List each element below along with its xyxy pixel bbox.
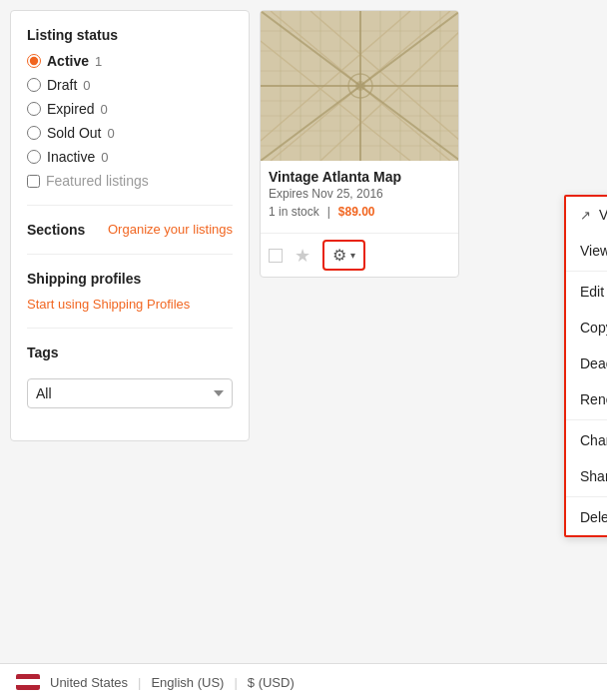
dropdown-delete[interactable]: Delete [566,499,607,535]
footer-language[interactable]: English (US) [151,675,224,690]
sections-section: Sections Organize your listings [27,222,233,255]
status-sold-out-label: Sold Out [47,125,101,141]
listing-stock: 1 in stock [269,205,319,219]
dropdown-change-section-label: Change Section [580,432,607,448]
status-inactive-count: 0 [101,150,108,165]
listing-status-title: Listing status [27,27,233,43]
listing-card: Vintage Atlanta Map Expires Nov 25, 2016… [260,10,459,278]
sections-title: Sections [27,222,85,238]
footer-divider-2: | [234,675,237,690]
status-expired-radio[interactable] [27,102,41,116]
status-inactive-radio[interactable] [27,150,41,164]
footer-currency[interactable]: $ (USD) [248,675,295,690]
shipping-title: Shipping profiles [27,271,233,287]
dropdown-divider-1 [566,271,607,272]
tags-section: Tags All [27,345,233,424]
listing-status-section: Listing status Active 1 Draft 0 Expired … [27,27,233,206]
featured-listings-checkbox[interactable] [27,175,40,188]
listing-image [261,11,459,161]
dropdown-share-label: Share [580,468,607,484]
listing-info: Vintage Atlanta Map Expires Nov 25, 2016… [261,161,458,233]
flag-stripe-bot [16,685,40,690]
dropdown-view-on-etsy[interactable]: ↗ View on Etsy [566,197,607,233]
status-expired[interactable]: Expired 0 [27,101,233,117]
dropdown-copy[interactable]: Copy [566,310,607,346]
chevron-down-icon: ▾ [350,250,355,261]
status-active-radio[interactable] [27,54,41,68]
status-draft[interactable]: Draft 0 [27,77,233,93]
tags-title: Tags [27,345,233,360]
main-content: Listing status Active 1 Draft 0 Expired … [0,0,607,663]
status-active[interactable]: Active 1 [27,53,233,69]
organize-listings-link[interactable]: Organize your listings [108,222,233,237]
status-draft-radio[interactable] [27,78,41,92]
featured-listings-label: Featured listings [46,173,149,189]
status-draft-label: Draft [47,77,77,93]
footer-divider-1: | [138,675,141,690]
status-inactive-label: Inactive [47,149,95,165]
status-draft-count: 0 [83,78,90,93]
dropdown-copy-label: Copy [580,320,607,336]
status-active-label: Active [47,53,89,69]
dropdown-deactivate[interactable]: Deactivate [566,346,607,381]
listing-select-checkbox[interactable] [269,249,283,263]
status-sold-out-count: 0 [107,126,114,141]
dropdown-deactivate-label: Deactivate [580,355,607,371]
tags-select[interactable]: All [27,378,233,408]
external-link-icon: ↗ [580,208,591,223]
dropdown-change-section[interactable]: Change Section [566,422,607,458]
status-expired-count: 0 [100,102,107,117]
star-button[interactable]: ★ [295,247,310,265]
dropdown-view-on-etsy-label: View on Etsy [599,207,607,223]
dropdown-renew-label: Renew [580,391,607,407]
dropdown-share[interactable]: Share [566,458,607,494]
listing-stock-row: 1 in stock | $89.00 [269,205,450,219]
status-inactive[interactable]: Inactive 0 [27,149,233,165]
flag-icon [16,674,40,690]
dropdown-divider-3 [566,496,607,497]
dropdown-delete-label: Delete [580,509,607,525]
shipping-section: Shipping profiles Start using Shipping P… [27,271,233,329]
shipping-link[interactable]: Start using Shipping Profiles [27,297,233,312]
stock-divider: | [327,205,330,219]
dropdown-menu: ↗ View on Etsy View stats Edit Copy Deac… [564,195,607,537]
status-active-count: 1 [95,54,102,69]
listing-actions: ★ ⚙ ▾ [261,234,458,277]
status-sold-out[interactable]: Sold Out 0 [27,125,233,141]
sidebar: Listing status Active 1 Draft 0 Expired … [10,10,250,441]
footer-country[interactable]: United States [50,675,128,690]
dropdown-divider-2 [566,419,607,420]
listing-title: Vintage Atlanta Map [269,169,450,185]
dropdown-edit-label: Edit [580,284,604,300]
featured-listings-item[interactable]: Featured listings [27,173,233,189]
svg-point-29 [355,81,365,91]
map-svg [261,11,459,161]
page-container: Listing status Active 1 Draft 0 Expired … [0,0,607,700]
gear-icon: ⚙ [332,246,346,265]
content-area: Vintage Atlanta Map Expires Nov 25, 2016… [260,10,597,653]
gear-button[interactable]: ⚙ ▾ [322,240,365,271]
listing-expires: Expires Nov 25, 2016 [269,187,450,201]
sections-row: Sections Organize your listings [27,222,233,238]
listing-price: $89.00 [338,205,375,219]
dropdown-view-stats[interactable]: View stats [566,233,607,269]
dropdown-view-stats-label: View stats [580,243,607,259]
status-expired-label: Expired [47,101,94,117]
footer: United States | English (US) | $ (USD) [0,663,607,700]
dropdown-edit[interactable]: Edit [566,274,607,310]
status-sold-out-radio[interactable] [27,126,41,140]
dropdown-renew[interactable]: Renew [566,381,607,417]
